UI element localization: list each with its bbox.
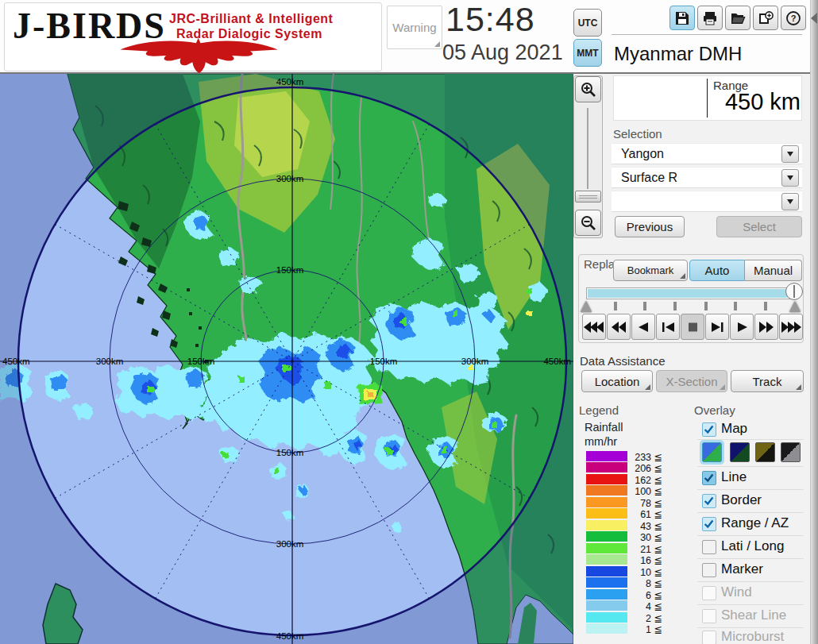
save-icon [674, 10, 690, 26]
legend-swatch [586, 554, 627, 565]
previous-button[interactable]: Previous [615, 216, 685, 237]
site-dropdown[interactable]: Yangon [612, 143, 802, 164]
map-style-black-gray[interactable] [781, 442, 801, 462]
manual-button[interactable]: Manual [745, 260, 802, 281]
option-dropdown[interactable] [612, 191, 802, 212]
legend-swatch [586, 485, 627, 496]
fast-forward-button[interactable] [754, 314, 778, 340]
legend-swatch [586, 566, 627, 577]
zoom-slider-track[interactable] [587, 108, 588, 189]
select-button[interactable]: Select [716, 216, 802, 237]
add-image-icon [758, 10, 774, 26]
replay-slider-handle[interactable] [785, 283, 803, 300]
data-assistance-label: Data Assistance [580, 354, 666, 368]
step-backward-button[interactable] [656, 314, 680, 340]
legend-unit-1: Rainfall [585, 421, 623, 434]
svg-text:?: ? [791, 13, 797, 23]
lati-long-checkbox[interactable] [702, 540, 716, 554]
clock-date: 05 Aug 2021 [442, 40, 563, 65]
track-button[interactable]: Track [731, 370, 804, 392]
panel-splitter[interactable] [810, 0, 818, 644]
help-icon: ? [785, 10, 801, 26]
step-forward-button[interactable] [705, 314, 729, 340]
legend-value: 2 ≦ [627, 612, 662, 623]
overlay-item-microburst: Microburst [721, 629, 784, 644]
slider-start-marker[interactable] [581, 301, 592, 312]
zoom-in-button[interactable] [575, 76, 601, 102]
replay-slider-fill [588, 289, 788, 298]
header-bar: J-BIRDS JRC-Brilliant & Intelligent Rada… [0, 0, 810, 74]
legend-value: 21 ≦ [627, 543, 662, 553]
dropdown-arrow-button[interactable] [781, 193, 799, 210]
play-reverse-button[interactable] [631, 314, 655, 340]
overlay-item-map[interactable]: Map [721, 421, 747, 437]
map-checkbox[interactable] [702, 422, 716, 437]
fast-rewind-triple-icon [584, 322, 604, 333]
map-style-olive-black[interactable] [755, 442, 775, 462]
divider [697, 581, 804, 582]
border-checkbox[interactable] [702, 494, 716, 508]
range-az-checkbox[interactable] [702, 517, 716, 531]
map-style-navy-darkgreen[interactable] [730, 442, 750, 462]
svg-text:150km: 150km [187, 357, 215, 366]
fast-rewind-triple-button[interactable] [582, 314, 606, 340]
legend-value: 30 ≦ [627, 531, 662, 542]
radar-map[interactable]: 450km 300km 150km 150km 300km 450km 450k… [0, 74, 573, 644]
location-button[interactable]: Location [581, 370, 653, 392]
x-section-label: X-Section [666, 375, 717, 388]
legend-swatch [586, 612, 627, 623]
warning-button[interactable]: Warning [387, 6, 442, 49]
mmt-button[interactable]: MMT [573, 39, 602, 67]
dropdown-arrow-button[interactable] [781, 169, 799, 187]
application-window: 450km 300km 150km 150km 300km 450km 450k… [0, 0, 818, 644]
legend-value: 10 ≦ [627, 566, 662, 577]
zoom-out-icon [580, 214, 597, 232]
stop-icon [683, 322, 702, 333]
step-backward-icon [658, 322, 677, 333]
slider-tick [614, 302, 617, 310]
legend-value: 78 ≦ [627, 497, 662, 507]
help-button[interactable]: ? [781, 6, 806, 30]
marker-checkbox[interactable] [702, 563, 716, 577]
auto-button[interactable]: Auto [689, 260, 745, 281]
bookmark-button[interactable]: Bookmark [613, 260, 688, 281]
legend-value: 8 ≦ [627, 577, 662, 588]
overlay-item-line[interactable]: Line [721, 469, 747, 485]
svg-text:450km: 450km [276, 631, 304, 641]
fast-forward-triple-icon [781, 322, 801, 333]
overlay-item-border[interactable]: Border [721, 492, 762, 508]
open-folder-button[interactable] [725, 6, 750, 30]
product-dropdown[interactable]: Surface R [612, 167, 802, 188]
slider-tick [704, 302, 708, 310]
legend-swatch [586, 462, 627, 472]
legend-value: 61 ≦ [627, 508, 662, 519]
dropdown-arrow-button[interactable] [781, 145, 799, 163]
fast-forward-triple-button[interactable] [779, 314, 803, 340]
add-image-button[interactable] [753, 6, 778, 30]
line-checkbox[interactable] [702, 471, 716, 485]
selection-label: Selection [613, 127, 662, 141]
print-button[interactable] [697, 6, 723, 30]
divider [697, 466, 804, 467]
collapse-arrow-icon[interactable] [811, 13, 817, 24]
chevron-down-icon [787, 175, 793, 180]
station-title: Myanmar DMH [614, 43, 742, 65]
zoom-out-button[interactable] [575, 210, 601, 236]
fast-rewind-button[interactable] [607, 314, 631, 340]
zoom-slider-thumb[interactable] [575, 191, 601, 202]
divider [697, 512, 804, 513]
slider-end-marker[interactable] [789, 301, 801, 312]
legend-value: 162 ≦ [627, 474, 662, 484]
stop-button[interactable] [681, 314, 704, 340]
play-button[interactable] [730, 314, 754, 340]
x-section-button[interactable]: X-Section [656, 370, 727, 392]
utc-button[interactable]: UTC [573, 9, 602, 37]
corner-expand-icon [680, 273, 685, 279]
corner-expand-icon [434, 41, 440, 47]
legend-value: 233 ≦ [627, 451, 662, 461]
overlay-item-marker[interactable]: Marker [721, 561, 763, 577]
map-style-blue-green[interactable] [702, 442, 722, 462]
overlay-item-lati-long[interactable]: Lati / Long [721, 538, 784, 554]
save-button[interactable] [669, 6, 695, 30]
overlay-item-range-az[interactable]: Range / AZ [721, 515, 789, 531]
